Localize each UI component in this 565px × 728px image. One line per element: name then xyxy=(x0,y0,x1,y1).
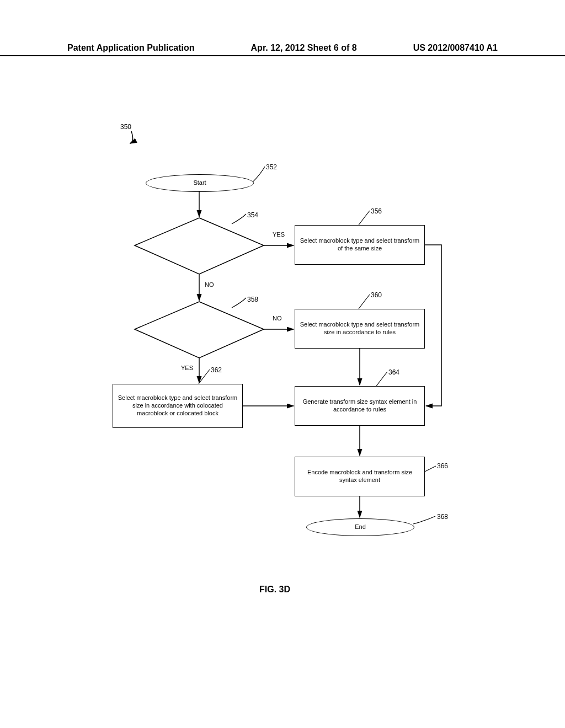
refnum-360: 360 xyxy=(371,291,382,299)
decision-354-label: Is a macroblock intra-predicted? xyxy=(156,242,243,250)
header-center: Apr. 12, 2012 Sheet 6 of 8 xyxy=(251,43,357,53)
page-header: Patent Application Publication Apr. 12, … xyxy=(0,43,565,56)
figure-label: FIG. 3D xyxy=(259,585,290,595)
decision-358-text: Is a macroblock direct mode inter-predic… xyxy=(153,320,245,340)
box-360: Select macroblock type and select transf… xyxy=(295,309,425,349)
box-360-label: Select macroblock type and select transf… xyxy=(299,321,421,336)
refnum-366: 366 xyxy=(437,462,448,470)
terminator-start: Start xyxy=(146,174,254,192)
end-label: End xyxy=(355,523,366,531)
refnum-364: 364 xyxy=(388,368,399,376)
decision-358-label: Is a macroblock direct mode inter-predic… xyxy=(153,322,245,338)
refnum-356: 356 xyxy=(371,207,382,215)
edge-358-no: NO xyxy=(273,315,282,322)
edge-354-no: NO xyxy=(205,281,214,288)
refnum-352: 352 xyxy=(266,163,277,171)
svg-marker-0 xyxy=(135,218,264,274)
refnum-358: 358 xyxy=(247,296,258,303)
svg-marker-1 xyxy=(135,302,264,358)
box-356-label: Select macroblock type and select transf… xyxy=(299,237,421,253)
box-366: Encode macroblock and transform size syn… xyxy=(295,457,425,496)
refnum-350: 350 xyxy=(120,123,131,131)
terminator-end: End xyxy=(306,518,414,536)
box-364-label: Generate transform size syntax element i… xyxy=(299,398,421,414)
flow-svg xyxy=(0,0,565,728)
box-366-label: Encode macroblock and transform size syn… xyxy=(299,469,421,484)
edge-354-yes: YES xyxy=(273,231,285,238)
header-right: US 2012/0087410 A1 xyxy=(413,43,498,53)
decision-354-text: Is a macroblock intra-predicted? xyxy=(142,238,256,254)
refnum-362: 362 xyxy=(211,366,222,374)
box-362-label: Select macroblock type and select transf… xyxy=(116,394,239,417)
box-364: Generate transform size syntax element i… xyxy=(295,386,425,426)
refnum-368: 368 xyxy=(437,513,448,521)
refnum-354: 354 xyxy=(247,211,258,219)
box-362: Select macroblock type and select transf… xyxy=(113,384,243,428)
start-label: Start xyxy=(193,179,206,187)
header-left: Patent Application Publication xyxy=(67,43,195,53)
box-356: Select macroblock type and select transf… xyxy=(295,225,425,265)
edge-358-yes: YES xyxy=(181,365,193,371)
